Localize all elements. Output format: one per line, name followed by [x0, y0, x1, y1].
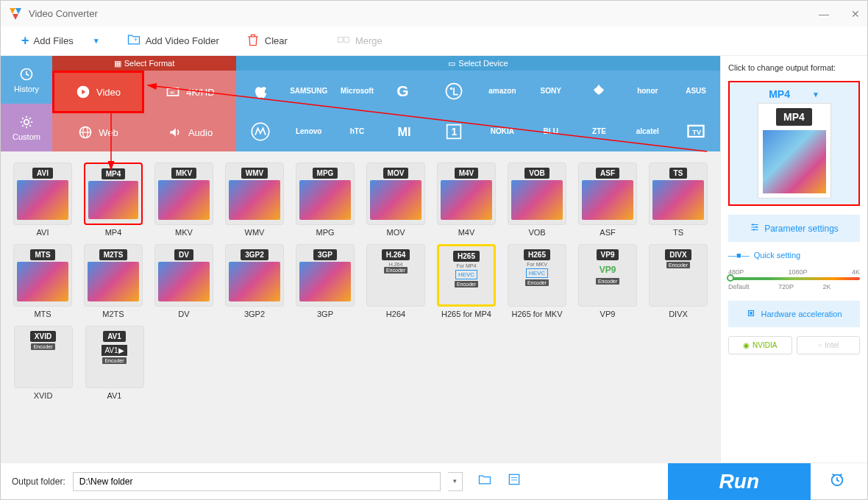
- brand-zte[interactable]: ZTE: [575, 111, 624, 151]
- nvidia-button[interactable]: ◉ NVIDIA: [728, 336, 792, 354]
- format-ts[interactable]: TSTS: [647, 162, 709, 237]
- app-title: Video Converter: [29, 8, 98, 19]
- format-3gp2[interactable]: 3GP23GP2: [224, 244, 285, 318]
- merge-icon: [336, 32, 351, 49]
- history-tab[interactable]: History: [1, 56, 52, 104]
- device-icon: ▭: [448, 59, 455, 68]
- format-vp9[interactable]: VP9VP9EncoderVP9: [577, 244, 638, 318]
- app-logo-icon: [8, 7, 23, 21]
- format-mkv[interactable]: MKVMKV: [153, 162, 215, 237]
- format-mp4[interactable]: MP4MP4: [82, 162, 144, 237]
- svg-marker-1: [15, 8, 21, 14]
- format-av1[interactable]: AV1AV1▶EncoderAV1: [83, 326, 146, 400]
- parameter-settings-button[interactable]: Parameter settings: [728, 215, 860, 242]
- web-category[interactable]: Web: [52, 113, 144, 151]
- clear-label: Clear: [265, 35, 288, 46]
- video-cat-label: Video: [96, 87, 121, 98]
- quality-slider[interactable]: 480P 1080P 4K Default 720P 2K: [728, 268, 860, 292]
- video-category[interactable]: Video: [52, 71, 144, 113]
- clear-button[interactable]: Clear: [240, 29, 294, 52]
- brand-honor[interactable]: honor: [623, 71, 672, 111]
- svg-text:TV: TV: [692, 128, 702, 135]
- svg-rect-31: [750, 312, 753, 315]
- svg-text:1: 1: [452, 125, 458, 137]
- svg-text:4K: 4K: [170, 90, 175, 95]
- format-wmv[interactable]: WMVWMV: [224, 162, 285, 237]
- format-xvid[interactable]: XVIDEncoderXVID: [12, 326, 74, 400]
- brand-tv[interactable]: TV: [672, 111, 720, 151]
- brand-alcatel[interactable]: alcatel: [623, 111, 672, 151]
- quick-setting-label: —■— Quick setting: [728, 251, 860, 260]
- output-format-box[interactable]: MP4 ▼ MP4: [728, 81, 860, 206]
- minimize-button[interactable]: —: [819, 8, 829, 20]
- svg-text:MI: MI: [398, 124, 411, 138]
- list-icon[interactable]: [507, 472, 522, 490]
- toolbar: + Add Files ▼ + Add Video Folder Clear M…: [1, 26, 867, 56]
- format-mov[interactable]: MOVMOV: [365, 162, 427, 237]
- svg-point-28: [755, 226, 757, 228]
- slider-thumb[interactable]: [727, 274, 734, 282]
- format-h264[interactable]: H.264H.264EncoderH264: [365, 244, 427, 318]
- hardware-accel-button[interactable]: Hardware acceleration: [728, 301, 860, 327]
- format-mpg[interactable]: MPGMPG: [294, 162, 356, 237]
- format-h265-for-mkv[interactable]: H265For MKVHEVCEncoderH265 for MKV: [506, 244, 568, 318]
- brand-sony[interactable]: SONY: [527, 71, 575, 111]
- chevron-down-icon[interactable]: ▼: [93, 37, 100, 45]
- brand-samsung[interactable]: SAMSUNG: [285, 71, 333, 111]
- svg-point-18: [252, 123, 268, 140]
- hw-label: Hardware acceleration: [761, 310, 842, 318]
- brand-lg[interactable]: [430, 71, 478, 111]
- 4khd-category[interactable]: 4K 4K/HD: [144, 71, 236, 113]
- brand-xiaomi[interactable]: MI: [381, 111, 430, 151]
- brand-htc[interactable]: hTC: [333, 111, 382, 151]
- brand-google[interactable]: G: [381, 71, 430, 111]
- output-folder-dropdown[interactable]: ▼: [448, 472, 463, 491]
- svg-text:G: G: [397, 82, 409, 99]
- custom-tab[interactable]: Custom: [1, 104, 52, 151]
- brand-huawei[interactable]: [575, 71, 624, 111]
- svg-rect-32: [509, 474, 519, 484]
- format-vob[interactable]: VOBVOB: [506, 162, 568, 237]
- merge-button[interactable]: Merge: [330, 29, 388, 52]
- brand-nokia[interactable]: NOKIA: [478, 111, 527, 151]
- run-button[interactable]: Run: [668, 463, 811, 500]
- audio-category[interactable]: Audio: [144, 113, 236, 151]
- merge-label: Merge: [355, 35, 383, 46]
- brand-motorola[interactable]: [236, 111, 285, 151]
- brand-apple[interactable]: [236, 71, 285, 111]
- format-icon: ▦: [114, 59, 121, 68]
- open-folder-icon[interactable]: [477, 472, 492, 490]
- add-files-button[interactable]: + Add Files ▼: [15, 30, 106, 51]
- format-m4v[interactable]: M4VM4V: [435, 162, 497, 237]
- svg-rect-5: [344, 38, 349, 43]
- format-dv[interactable]: DVDV: [153, 244, 215, 318]
- chevron-down-icon[interactable]: ▼: [812, 90, 819, 99]
- format-divx[interactable]: DIVXEncoderDIVX: [647, 244, 709, 318]
- brand-blu[interactable]: BLU: [527, 111, 575, 151]
- alarm-icon[interactable]: [829, 471, 845, 491]
- brand-oneplus[interactable]: 1: [430, 111, 478, 151]
- output-hint: Click to change output format:: [728, 63, 860, 72]
- add-folder-label: Add Video Folder: [146, 35, 219, 46]
- close-button[interactable]: ✕: [851, 8, 860, 20]
- svg-rect-4: [338, 38, 343, 43]
- folder-plus-icon: +: [127, 32, 141, 49]
- format-mts[interactable]: MTSMTS: [12, 244, 74, 318]
- format-3gp[interactable]: 3GP3GP: [294, 244, 356, 318]
- intel-button[interactable]: ○ Intel: [797, 336, 861, 354]
- param-label: Parameter settings: [764, 224, 839, 234]
- svg-point-17: [450, 87, 453, 90]
- svg-point-7: [24, 119, 29, 124]
- format-h265-for-mp4[interactable]: H265For MP4HEVCEncoderH265 for MP4: [435, 244, 497, 318]
- history-label: History: [14, 85, 39, 93]
- brand-amazon[interactable]: amazon: [478, 71, 527, 111]
- brand-asus[interactable]: ASUS: [672, 71, 720, 111]
- output-folder-input[interactable]: [73, 472, 441, 491]
- add-folder-button[interactable]: + Add Video Folder: [121, 29, 225, 52]
- brand-lenovo[interactable]: Lenovo: [285, 111, 333, 151]
- format-asf[interactable]: ASFASF: [577, 162, 638, 237]
- format-m2ts[interactable]: M2TSM2TS: [82, 244, 144, 318]
- brand-microsoft[interactable]: Microsoft: [333, 71, 382, 111]
- format-avi[interactable]: AVIAVI: [12, 162, 74, 237]
- sliders-icon: [750, 222, 760, 235]
